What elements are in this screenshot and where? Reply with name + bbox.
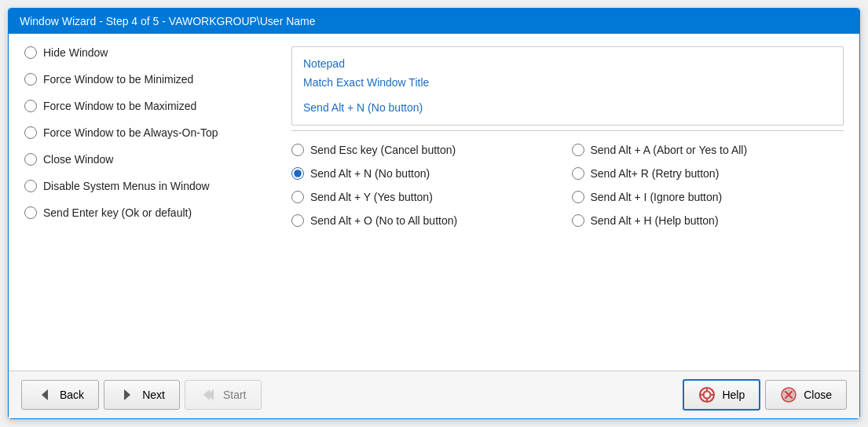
label-alt-y[interactable]: Send Alt + Y (Yes button) xyxy=(310,191,433,203)
option-alt-o[interactable]: Send Alt + O (No to All button) xyxy=(291,214,564,227)
start-button: Start xyxy=(185,380,262,410)
label-esc[interactable]: Send Esc key (Cancel button) xyxy=(310,144,456,156)
label-alt-o[interactable]: Send Alt + O (No to All button) xyxy=(310,214,457,227)
main-window: Window Wizard - Step 4 of 5 - VAWORKGROU… xyxy=(8,8,860,419)
option-alt-i[interactable]: Send Alt + I (Ignore button) xyxy=(572,191,844,203)
label-close[interactable]: Close Window xyxy=(43,153,113,166)
next-button[interactable]: Next xyxy=(104,380,180,410)
close-button[interactable]: Close xyxy=(765,380,847,410)
radio-sendenter[interactable] xyxy=(24,206,37,219)
divider xyxy=(291,130,844,131)
label-alt-a[interactable]: Send Alt + A (Abort or Yes to All) xyxy=(591,144,748,156)
option-disablesystem[interactable]: Disable System Menus in Window xyxy=(24,180,276,192)
radio-grid: Send Esc key (Cancel button) Send Alt + … xyxy=(291,144,844,227)
option-alt-n[interactable]: Send Alt + N (No button) xyxy=(291,167,564,180)
label-maximize[interactable]: Force Window to be Maximized xyxy=(43,100,196,112)
option-alt-h[interactable]: Send Alt + H (Help button) xyxy=(572,214,844,227)
title-bar: Window Wizard - Step 4 of 5 - VAWORKGROU… xyxy=(9,9,859,34)
option-minimize[interactable]: Force Window to be Minimized xyxy=(24,73,276,86)
radio-hide[interactable] xyxy=(24,46,37,59)
svg-marker-0 xyxy=(42,389,48,400)
option-maximize[interactable]: Force Window to be Maximized xyxy=(24,100,276,112)
radio-alt-h[interactable] xyxy=(572,214,584,227)
info-box: Notepad Match Exact Window Title Send Al… xyxy=(291,46,844,126)
radio-esc[interactable] xyxy=(291,144,304,156)
radio-close[interactable] xyxy=(24,153,37,166)
footer: Back Next Start xyxy=(9,370,859,418)
label-minimize[interactable]: Force Window to be Minimized xyxy=(43,73,193,86)
radio-minimize[interactable] xyxy=(24,73,37,86)
svg-marker-1 xyxy=(124,389,130,400)
radio-alt-i[interactable] xyxy=(572,191,584,203)
right-panel: Notepad Match Exact Window Title Send Al… xyxy=(291,46,844,363)
back-label: Back xyxy=(60,389,84,401)
option-alt-y[interactable]: Send Alt + Y (Yes button) xyxy=(291,191,564,203)
label-alt-i[interactable]: Send Alt + I (Ignore button) xyxy=(591,191,723,203)
window-title: Window Wizard - Step 4 of 5 - VAWORKGROU… xyxy=(20,15,316,27)
option-alwaysontop[interactable]: Force Window to be Always-On-Top xyxy=(24,126,276,139)
info-line3: Send Alt + N (No button) xyxy=(303,99,832,118)
label-alt-r[interactable]: Send Alt+ R (Retry button) xyxy=(591,167,720,180)
close-x-icon xyxy=(780,386,797,403)
label-alt-n[interactable]: Send Alt + N (No button) xyxy=(310,167,430,180)
back-arrow-icon xyxy=(36,386,53,403)
info-line1: Notepad xyxy=(303,55,832,74)
radio-alt-y[interactable] xyxy=(291,191,304,203)
content-area: Hide Window Force Window to be Minimized… xyxy=(9,34,859,370)
label-alt-h[interactable]: Send Alt + H (Help button) xyxy=(591,214,719,227)
start-arrow-icon xyxy=(200,386,217,403)
radio-alt-n[interactable] xyxy=(291,167,304,180)
radio-alwaysontop[interactable] xyxy=(24,126,37,139)
option-sendenter[interactable]: Send Enter key (Ok or default) xyxy=(24,206,276,219)
label-hide[interactable]: Hide Window xyxy=(43,46,108,59)
label-alwaysontop[interactable]: Force Window to be Always-On-Top xyxy=(43,126,218,139)
svg-point-5 xyxy=(704,392,711,399)
close-label: Close xyxy=(804,389,832,401)
left-panel: Hide Window Force Window to be Minimized… xyxy=(24,46,276,363)
info-line2: Match Exact Window Title xyxy=(303,74,832,93)
option-close[interactable]: Close Window xyxy=(24,153,276,166)
next-arrow-icon xyxy=(119,386,136,403)
option-alt-a[interactable]: Send Alt + A (Abort or Yes to All) xyxy=(572,144,844,156)
next-label: Next xyxy=(142,389,165,401)
start-label: Start xyxy=(223,389,247,401)
back-button[interactable]: Back xyxy=(21,380,99,410)
radio-alt-r[interactable] xyxy=(572,167,584,180)
help-label: Help xyxy=(722,389,745,401)
radio-disablesystem[interactable] xyxy=(24,180,37,192)
help-button[interactable]: Help xyxy=(683,379,760,411)
radio-alt-a[interactable] xyxy=(572,144,584,156)
option-hide[interactable]: Hide Window xyxy=(24,46,276,59)
help-lifebuoy-icon xyxy=(698,386,716,403)
radio-alt-o[interactable] xyxy=(291,214,304,227)
option-esc[interactable]: Send Esc key (Cancel button) xyxy=(291,144,564,156)
option-alt-r[interactable]: Send Alt+ R (Retry button) xyxy=(572,167,844,180)
label-sendenter[interactable]: Send Enter key (Ok or default) xyxy=(43,206,192,219)
radio-maximize[interactable] xyxy=(24,100,37,112)
label-disablesystem[interactable]: Disable System Menus in Window xyxy=(43,180,210,192)
